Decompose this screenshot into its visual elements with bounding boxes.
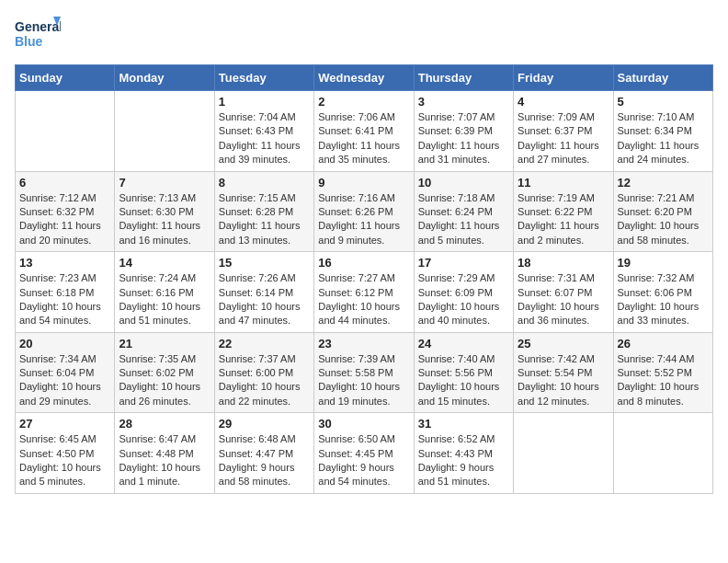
calendar-cell: 1Sunrise: 7:04 AM Sunset: 6:43 PM Daylig… bbox=[214, 91, 313, 172]
day-of-week-header: Friday bbox=[514, 65, 613, 91]
day-number: 10 bbox=[418, 176, 509, 190]
day-content: Sunrise: 6:45 AM Sunset: 4:50 PM Dayligh… bbox=[19, 432, 110, 489]
day-of-week-header: Saturday bbox=[613, 65, 712, 91]
day-number: 19 bbox=[618, 256, 709, 270]
svg-text:General: General bbox=[15, 19, 61, 34]
calendar-cell: 25Sunrise: 7:42 AM Sunset: 5:54 PM Dayli… bbox=[514, 332, 613, 413]
day-content: Sunrise: 7:23 AM Sunset: 6:18 PM Dayligh… bbox=[19, 271, 110, 328]
day-of-week-header: Tuesday bbox=[214, 65, 313, 91]
calendar-cell: 31Sunrise: 6:52 AM Sunset: 4:43 PM Dayli… bbox=[414, 413, 513, 494]
day-number: 28 bbox=[119, 417, 210, 431]
calendar-cell: 17Sunrise: 7:29 AM Sunset: 6:09 PM Dayli… bbox=[414, 252, 513, 333]
calendar-week-row: 27Sunrise: 6:45 AM Sunset: 4:50 PM Dayli… bbox=[16, 413, 713, 494]
calendar-cell: 22Sunrise: 7:37 AM Sunset: 6:00 PM Dayli… bbox=[214, 332, 313, 413]
day-content: Sunrise: 7:07 AM Sunset: 6:39 PM Dayligh… bbox=[418, 110, 509, 167]
calendar-cell: 2Sunrise: 7:06 AM Sunset: 6:41 PM Daylig… bbox=[314, 91, 414, 172]
day-number: 26 bbox=[618, 337, 709, 350]
calendar-cell: 6Sunrise: 7:12 AM Sunset: 6:32 PM Daylig… bbox=[16, 171, 115, 252]
day-number: 11 bbox=[518, 176, 609, 190]
logo-svg: GeneralBlue bbox=[15, 15, 61, 55]
calendar-header-row: SundayMondayTuesdayWednesdayThursdayFrid… bbox=[16, 65, 713, 91]
day-of-week-header: Sunday bbox=[16, 65, 115, 91]
day-number: 25 bbox=[518, 337, 609, 350]
day-content: Sunrise: 7:34 AM Sunset: 6:04 PM Dayligh… bbox=[19, 352, 110, 409]
logo: GeneralBlue bbox=[15, 15, 61, 55]
calendar-table: SundayMondayTuesdayWednesdayThursdayFrid… bbox=[15, 64, 713, 494]
day-number: 9 bbox=[318, 176, 409, 190]
calendar-cell: 21Sunrise: 7:35 AM Sunset: 6:02 PM Dayli… bbox=[115, 332, 214, 413]
calendar-cell: 29Sunrise: 6:48 AM Sunset: 4:47 PM Dayli… bbox=[214, 413, 313, 494]
day-number: 31 bbox=[418, 417, 509, 431]
calendar-cell: 3Sunrise: 7:07 AM Sunset: 6:39 PM Daylig… bbox=[414, 91, 513, 172]
day-number: 1 bbox=[219, 95, 310, 109]
day-number: 4 bbox=[518, 95, 609, 109]
day-content: Sunrise: 7:27 AM Sunset: 6:12 PM Dayligh… bbox=[318, 271, 409, 328]
day-number: 13 bbox=[19, 256, 110, 270]
day-number: 8 bbox=[219, 176, 310, 190]
day-number: 27 bbox=[19, 417, 110, 431]
day-number: 7 bbox=[119, 176, 210, 190]
day-content: Sunrise: 7:09 AM Sunset: 6:37 PM Dayligh… bbox=[518, 110, 609, 167]
day-number: 17 bbox=[418, 256, 509, 270]
day-number: 3 bbox=[418, 95, 509, 109]
calendar-cell: 5Sunrise: 7:10 AM Sunset: 6:34 PM Daylig… bbox=[613, 91, 712, 172]
calendar-cell bbox=[115, 91, 214, 172]
calendar-cell: 7Sunrise: 7:13 AM Sunset: 6:30 PM Daylig… bbox=[115, 171, 214, 252]
day-of-week-header: Monday bbox=[115, 65, 214, 91]
day-content: Sunrise: 6:47 AM Sunset: 4:48 PM Dayligh… bbox=[119, 432, 210, 489]
day-number: 18 bbox=[518, 256, 609, 270]
day-number: 15 bbox=[219, 256, 310, 270]
calendar-cell: 11Sunrise: 7:19 AM Sunset: 6:22 PM Dayli… bbox=[514, 171, 613, 252]
day-content: Sunrise: 7:39 AM Sunset: 5:58 PM Dayligh… bbox=[318, 352, 409, 409]
day-content: Sunrise: 7:06 AM Sunset: 6:41 PM Dayligh… bbox=[318, 110, 409, 167]
day-content: Sunrise: 6:50 AM Sunset: 4:45 PM Dayligh… bbox=[318, 432, 409, 489]
day-number: 5 bbox=[618, 95, 709, 109]
svg-text:Blue: Blue bbox=[15, 34, 43, 49]
calendar-week-row: 13Sunrise: 7:23 AM Sunset: 6:18 PM Dayli… bbox=[16, 252, 713, 333]
calendar-cell: 9Sunrise: 7:16 AM Sunset: 6:26 PM Daylig… bbox=[314, 171, 414, 252]
calendar-cell: 10Sunrise: 7:18 AM Sunset: 6:24 PM Dayli… bbox=[414, 171, 513, 252]
day-of-week-header: Thursday bbox=[414, 65, 513, 91]
day-content: Sunrise: 7:42 AM Sunset: 5:54 PM Dayligh… bbox=[518, 352, 609, 409]
day-number: 16 bbox=[318, 256, 409, 270]
day-number: 29 bbox=[219, 417, 310, 431]
day-content: Sunrise: 7:19 AM Sunset: 6:22 PM Dayligh… bbox=[518, 191, 609, 248]
header: GeneralBlue bbox=[15, 15, 713, 55]
calendar-cell: 13Sunrise: 7:23 AM Sunset: 6:18 PM Dayli… bbox=[16, 252, 115, 333]
calendar-cell: 24Sunrise: 7:40 AM Sunset: 5:56 PM Dayli… bbox=[414, 332, 513, 413]
day-number: 14 bbox=[119, 256, 210, 270]
calendar-cell: 28Sunrise: 6:47 AM Sunset: 4:48 PM Dayli… bbox=[115, 413, 214, 494]
day-content: Sunrise: 7:21 AM Sunset: 6:20 PM Dayligh… bbox=[618, 191, 709, 248]
day-content: Sunrise: 7:40 AM Sunset: 5:56 PM Dayligh… bbox=[418, 352, 509, 409]
day-number: 24 bbox=[418, 337, 509, 350]
day-of-week-header: Wednesday bbox=[314, 65, 414, 91]
calendar-cell: 30Sunrise: 6:50 AM Sunset: 4:45 PM Dayli… bbox=[314, 413, 414, 494]
day-content: Sunrise: 7:13 AM Sunset: 6:30 PM Dayligh… bbox=[119, 191, 210, 248]
day-content: Sunrise: 6:48 AM Sunset: 4:47 PM Dayligh… bbox=[219, 432, 310, 489]
day-content: Sunrise: 7:04 AM Sunset: 6:43 PM Dayligh… bbox=[219, 110, 310, 167]
calendar-cell: 12Sunrise: 7:21 AM Sunset: 6:20 PM Dayli… bbox=[613, 171, 712, 252]
day-content: Sunrise: 7:29 AM Sunset: 6:09 PM Dayligh… bbox=[418, 271, 509, 328]
day-content: Sunrise: 7:44 AM Sunset: 5:52 PM Dayligh… bbox=[618, 352, 709, 409]
calendar-cell: 14Sunrise: 7:24 AM Sunset: 6:16 PM Dayli… bbox=[115, 252, 214, 333]
calendar-cell bbox=[16, 91, 115, 172]
day-number: 6 bbox=[19, 176, 110, 190]
calendar-cell: 16Sunrise: 7:27 AM Sunset: 6:12 PM Dayli… bbox=[314, 252, 414, 333]
day-content: Sunrise: 7:37 AM Sunset: 6:00 PM Dayligh… bbox=[219, 352, 310, 409]
day-number: 21 bbox=[119, 337, 210, 350]
calendar-cell: 18Sunrise: 7:31 AM Sunset: 6:07 PM Dayli… bbox=[514, 252, 613, 333]
day-content: Sunrise: 7:12 AM Sunset: 6:32 PM Dayligh… bbox=[19, 191, 110, 248]
day-content: Sunrise: 7:31 AM Sunset: 6:07 PM Dayligh… bbox=[518, 271, 609, 328]
day-number: 22 bbox=[219, 337, 310, 350]
day-content: Sunrise: 6:52 AM Sunset: 4:43 PM Dayligh… bbox=[418, 432, 509, 489]
calendar-cell: 20Sunrise: 7:34 AM Sunset: 6:04 PM Dayli… bbox=[16, 332, 115, 413]
calendar-week-row: 6Sunrise: 7:12 AM Sunset: 6:32 PM Daylig… bbox=[16, 171, 713, 252]
calendar-cell: 19Sunrise: 7:32 AM Sunset: 6:06 PM Dayli… bbox=[613, 252, 712, 333]
day-content: Sunrise: 7:32 AM Sunset: 6:06 PM Dayligh… bbox=[618, 271, 709, 328]
calendar-cell: 15Sunrise: 7:26 AM Sunset: 6:14 PM Dayli… bbox=[214, 252, 313, 333]
calendar-week-row: 20Sunrise: 7:34 AM Sunset: 6:04 PM Dayli… bbox=[16, 332, 713, 413]
calendar-cell: 27Sunrise: 6:45 AM Sunset: 4:50 PM Dayli… bbox=[16, 413, 115, 494]
calendar-cell bbox=[514, 413, 613, 494]
day-number: 20 bbox=[19, 337, 110, 350]
day-content: Sunrise: 7:16 AM Sunset: 6:26 PM Dayligh… bbox=[318, 191, 409, 248]
